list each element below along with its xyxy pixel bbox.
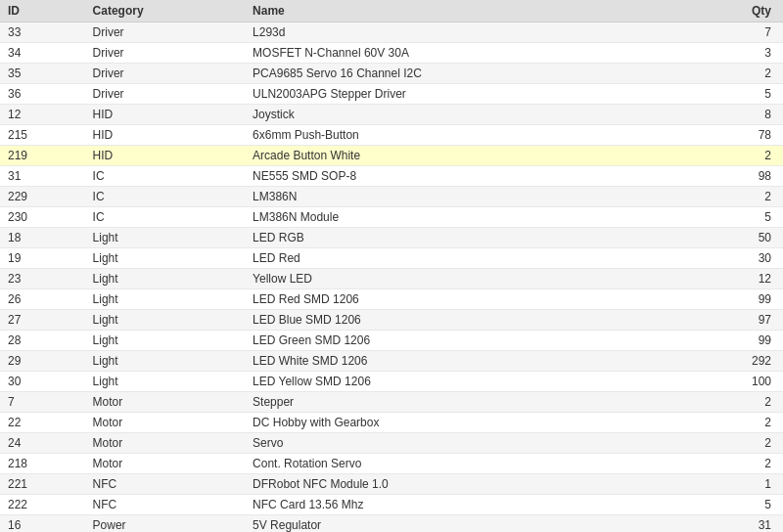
cell-id: 26: [0, 289, 85, 310]
table-row: 19LightLED Red30: [0, 248, 783, 269]
cell-category: Motor: [85, 413, 245, 433]
cell-id: 16: [0, 515, 85, 533]
table-row: 24MotorServo2: [0, 433, 783, 454]
table-header-row: ID Category Name Qty: [0, 0, 783, 22]
inventory-table: ID Category Name Qty 33DriverL293d734Dri…: [0, 0, 783, 532]
cell-category: IC: [85, 187, 245, 207]
table-row: 16Power5V Regulator31: [0, 515, 783, 533]
cell-name: ULN2003APG Stepper Driver: [245, 84, 689, 105]
cell-name: DC Hobby with Gearbox: [245, 413, 689, 433]
cell-qty: 99: [689, 331, 783, 351]
cell-name: Joystick: [245, 105, 689, 125]
cell-category: Light: [85, 372, 245, 392]
cell-category: Driver: [85, 43, 245, 64]
cell-qty: 5: [689, 84, 783, 105]
cell-category: NFC: [85, 495, 245, 515]
cell-qty: 100: [689, 372, 783, 392]
cell-name: 5V Regulator: [245, 515, 689, 533]
col-header-name: Name: [245, 0, 689, 22]
cell-id: 34: [0, 43, 85, 64]
cell-name: DFRobot NFC Module 1.0: [245, 474, 689, 495]
col-header-id: ID: [0, 0, 85, 22]
cell-name: Arcade Button White: [245, 146, 689, 166]
table-row: 31ICNE555 SMD SOP-898: [0, 166, 783, 187]
table-row: 22MotorDC Hobby with Gearbox2: [0, 413, 783, 433]
cell-id: 229: [0, 187, 85, 207]
cell-name: LED White SMD 1206: [245, 351, 689, 372]
cell-name: LED Red: [245, 248, 689, 269]
cell-qty: 7: [689, 22, 783, 43]
cell-category: Light: [85, 351, 245, 372]
cell-category: Light: [85, 228, 245, 248]
cell-id: 30: [0, 372, 85, 392]
table-row: 218MotorCont. Rotation Servo2: [0, 454, 783, 474]
cell-qty: 2: [689, 454, 783, 474]
cell-id: 215: [0, 125, 85, 146]
cell-name: LED RGB: [245, 228, 689, 248]
cell-name: LM386N: [245, 187, 689, 207]
cell-category: Driver: [85, 84, 245, 105]
cell-id: 24: [0, 433, 85, 454]
cell-qty: 5: [689, 207, 783, 228]
table-row: 215HID6x6mm Push-Button78: [0, 125, 783, 146]
cell-qty: 1: [689, 474, 783, 495]
cell-qty: 50: [689, 228, 783, 248]
cell-id: 218: [0, 454, 85, 474]
table-row: 29LightLED White SMD 1206292: [0, 351, 783, 372]
cell-name: Cont. Rotation Servo: [245, 454, 689, 474]
table-row: 221NFCDFRobot NFC Module 1.01: [0, 474, 783, 495]
cell-category: Motor: [85, 433, 245, 454]
cell-id: 219: [0, 146, 85, 166]
cell-name: LED Red SMD 1206: [245, 289, 689, 310]
cell-id: 36: [0, 84, 85, 105]
cell-id: 23: [0, 269, 85, 289]
table-row: 35DriverPCA9685 Servo 16 Channel I2C2: [0, 64, 783, 84]
cell-id: 29: [0, 351, 85, 372]
cell-category: Driver: [85, 64, 245, 84]
cell-category: Motor: [85, 454, 245, 474]
cell-category: HID: [85, 105, 245, 125]
cell-id: 7: [0, 392, 85, 413]
cell-name: LED Yellow SMD 1206: [245, 372, 689, 392]
cell-name: Yellow LED: [245, 269, 689, 289]
cell-name: L293d: [245, 22, 689, 43]
table-row: 230ICLM386N Module5: [0, 207, 783, 228]
cell-qty: 2: [689, 392, 783, 413]
table-row: 28LightLED Green SMD 120699: [0, 331, 783, 351]
cell-qty: 3: [689, 43, 783, 64]
cell-category: HID: [85, 146, 245, 166]
cell-category: Light: [85, 269, 245, 289]
table-row: 219HIDArcade Button White2: [0, 146, 783, 166]
cell-category: NFC: [85, 474, 245, 495]
cell-id: 12: [0, 105, 85, 125]
cell-qty: 99: [689, 289, 783, 310]
cell-name: LED Blue SMD 1206: [245, 310, 689, 331]
cell-qty: 2: [689, 64, 783, 84]
table-row: 18LightLED RGB50: [0, 228, 783, 248]
table-row: 27LightLED Blue SMD 120697: [0, 310, 783, 331]
cell-id: 221: [0, 474, 85, 495]
cell-id: 31: [0, 166, 85, 187]
cell-name: PCA9685 Servo 16 Channel I2C: [245, 64, 689, 84]
table-row: 7MotorStepper2: [0, 392, 783, 413]
cell-id: 222: [0, 495, 85, 515]
cell-category: Light: [85, 331, 245, 351]
cell-qty: 97: [689, 310, 783, 331]
cell-qty: 2: [689, 187, 783, 207]
cell-qty: 78: [689, 125, 783, 146]
cell-qty: 2: [689, 146, 783, 166]
table-row: 23LightYellow LED12: [0, 269, 783, 289]
table-row: 229ICLM386N2: [0, 187, 783, 207]
table-row: 34DriverMOSFET N-Channel 60V 30A3: [0, 43, 783, 64]
cell-category: Light: [85, 289, 245, 310]
cell-qty: 30: [689, 248, 783, 269]
cell-qty: 12: [689, 269, 783, 289]
cell-qty: 31: [689, 515, 783, 533]
cell-id: 22: [0, 413, 85, 433]
cell-name: LED Green SMD 1206: [245, 331, 689, 351]
inventory-table-container: ID Category Name Qty 33DriverL293d734Dri…: [0, 0, 783, 532]
cell-category: Light: [85, 248, 245, 269]
cell-category: Driver: [85, 22, 245, 43]
table-row: 36DriverULN2003APG Stepper Driver5: [0, 84, 783, 105]
cell-category: Light: [85, 310, 245, 331]
